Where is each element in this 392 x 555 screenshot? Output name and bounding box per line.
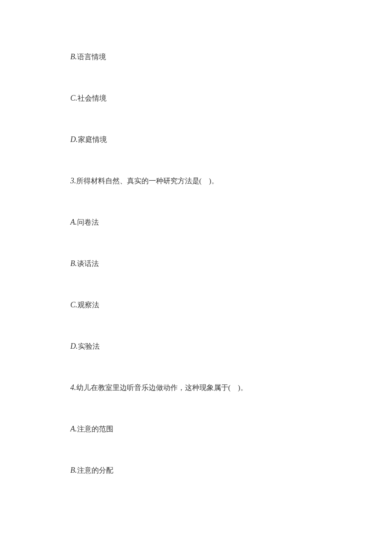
option-text: 谈话法 — [77, 260, 99, 268]
option-letter: C. — [70, 301, 78, 309]
question-number: 4. — [70, 383, 76, 392]
option-letter: A. — [70, 218, 77, 226]
option-letter: B. — [70, 52, 77, 61]
option-2d: D.家庭情境 — [70, 134, 322, 145]
option-text: 注意的范围 — [77, 425, 113, 433]
option-text: 语言情境 — [77, 53, 106, 61]
option-letter: B. — [70, 466, 77, 474]
option-letter: A. — [70, 425, 77, 433]
option-2c: C.社会情境 — [70, 92, 322, 104]
option-letter: D. — [70, 342, 78, 350]
question-text: 幼儿在教室里边听音乐边做动作，这种现象属于( )。 — [76, 384, 248, 392]
question-4: 4.幼儿在教室里边听音乐边做动作，这种现象属于( )。 — [70, 382, 322, 393]
option-letter: C. — [70, 94, 78, 102]
option-letter: D. — [70, 135, 78, 144]
question-3: 3.所得材料自然、真实的一种研究方法是( )。 — [70, 175, 322, 187]
option-text: 家庭情境 — [78, 136, 107, 144]
option-text: 社会情境 — [78, 94, 107, 102]
option-2b: B.语言情境 — [70, 51, 322, 63]
option-3c: C.观察法 — [70, 299, 322, 311]
option-letter: B. — [70, 259, 77, 268]
question-number: 3. — [70, 176, 76, 185]
option-4b: B.注意的分配 — [70, 465, 322, 476]
option-text: 实验法 — [78, 342, 100, 350]
option-3d: D.实验法 — [70, 341, 322, 352]
question-text: 所得材料自然、真实的一种研究方法是( )。 — [76, 177, 219, 185]
option-3b: B.谈话法 — [70, 258, 322, 269]
option-text: 注意的分配 — [77, 466, 113, 474]
option-text: 观察法 — [78, 301, 99, 309]
option-3a: A.问卷法 — [70, 217, 322, 228]
option-text: 问卷法 — [77, 218, 99, 226]
option-4a: A.注意的范围 — [70, 423, 322, 435]
